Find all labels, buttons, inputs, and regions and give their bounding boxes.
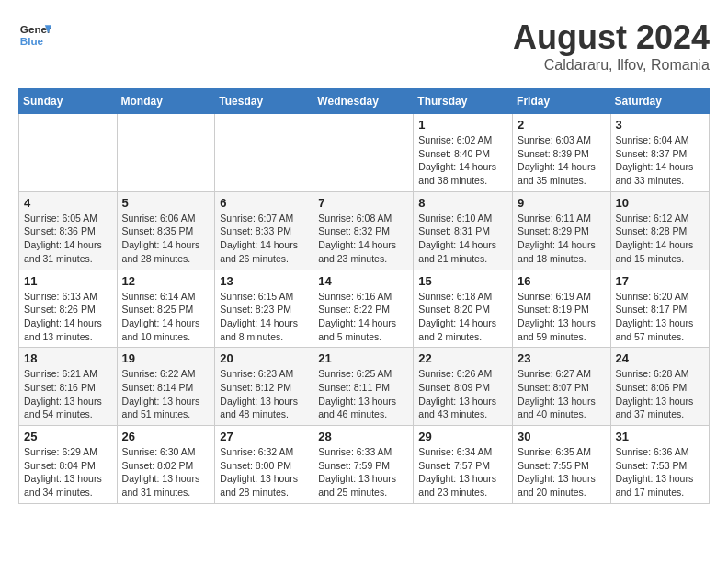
- svg-text:Blue: Blue: [20, 35, 44, 47]
- day-cell: 25Sunrise: 6:29 AMSunset: 8:04 PMDayligh…: [19, 426, 118, 504]
- day-number: 13: [220, 274, 308, 288]
- day-cell: 6Sunrise: 6:07 AMSunset: 8:33 PMDaylight…: [215, 191, 313, 270]
- day-cell: [215, 114, 313, 192]
- day-cell: 10Sunrise: 6:12 AMSunset: 8:28 PMDayligh…: [610, 191, 709, 270]
- day-info: Sunrise: 6:20 AMSunset: 8:17 PMDaylight:…: [616, 290, 704, 344]
- day-number: 25: [24, 430, 112, 443]
- day-number: 31: [616, 430, 704, 443]
- day-cell: [313, 114, 414, 192]
- day-info: Sunrise: 6:19 AMSunset: 8:19 PMDaylight:…: [518, 290, 606, 344]
- day-info: Sunrise: 6:11 AMSunset: 8:29 PMDaylight:…: [518, 212, 606, 266]
- day-number: 24: [616, 351, 704, 365]
- day-number: 22: [418, 351, 507, 365]
- weekday-header-row: SundayMondayTuesdayWednesdayThursdayFrid…: [19, 89, 710, 114]
- location: Caldararu, Ilfov, Romania: [513, 57, 710, 74]
- day-number: 30: [518, 430, 606, 443]
- day-cell: 23Sunrise: 6:27 AMSunset: 8:07 PMDayligh…: [513, 348, 611, 426]
- day-info: Sunrise: 6:36 AMSunset: 7:53 PMDaylight:…: [616, 445, 704, 500]
- day-cell: 1Sunrise: 6:02 AMSunset: 8:40 PMDaylight…: [414, 114, 513, 192]
- day-cell: 4Sunrise: 6:05 AMSunset: 8:36 PMDaylight…: [19, 191, 118, 270]
- day-cell: 8Sunrise: 6:10 AMSunset: 8:31 PMDaylight…: [414, 191, 513, 270]
- day-number: 18: [24, 351, 112, 365]
- day-info: Sunrise: 6:07 AMSunset: 8:33 PMDaylight:…: [220, 212, 308, 266]
- day-cell: 15Sunrise: 6:18 AMSunset: 8:20 PMDayligh…: [414, 270, 513, 348]
- day-info: Sunrise: 6:04 AMSunset: 8:37 PMDaylight:…: [616, 133, 704, 188]
- day-number: 21: [318, 351, 408, 365]
- day-number: 8: [418, 196, 507, 210]
- calendar-table: SundayMondayTuesdayWednesdayThursdayFrid…: [18, 88, 710, 504]
- day-cell: 22Sunrise: 6:26 AMSunset: 8:09 PMDayligh…: [414, 348, 513, 426]
- week-row-4: 18Sunrise: 6:21 AMSunset: 8:16 PMDayligh…: [19, 348, 710, 426]
- day-number: 1: [418, 118, 507, 132]
- day-number: 10: [616, 196, 704, 210]
- day-cell: 17Sunrise: 6:20 AMSunset: 8:17 PMDayligh…: [610, 270, 709, 348]
- day-info: Sunrise: 6:27 AMSunset: 8:07 PMDaylight:…: [518, 367, 606, 421]
- day-info: Sunrise: 6:14 AMSunset: 8:25 PMDaylight:…: [122, 290, 210, 344]
- day-cell: 2Sunrise: 6:03 AMSunset: 8:39 PMDaylight…: [513, 114, 611, 192]
- day-number: 29: [418, 430, 507, 443]
- day-info: Sunrise: 6:23 AMSunset: 8:12 PMDaylight:…: [220, 367, 308, 421]
- day-info: Sunrise: 6:26 AMSunset: 8:09 PMDaylight:…: [418, 367, 507, 421]
- weekday-header-wednesday: Wednesday: [313, 89, 414, 114]
- day-cell: 31Sunrise: 6:36 AMSunset: 7:53 PMDayligh…: [610, 426, 709, 504]
- day-info: Sunrise: 6:25 AMSunset: 8:11 PMDaylight:…: [318, 367, 408, 421]
- day-info: Sunrise: 6:16 AMSunset: 8:22 PMDaylight:…: [318, 290, 408, 344]
- day-cell: 14Sunrise: 6:16 AMSunset: 8:22 PMDayligh…: [313, 270, 414, 348]
- week-row-3: 11Sunrise: 6:13 AMSunset: 8:26 PMDayligh…: [19, 270, 710, 348]
- day-number: 28: [318, 430, 408, 443]
- day-number: 6: [220, 196, 308, 210]
- day-info: Sunrise: 6:32 AMSunset: 8:00 PMDaylight:…: [220, 445, 308, 500]
- logo-icon: General Blue: [18, 18, 51, 52]
- day-info: Sunrise: 6:30 AMSunset: 8:02 PMDaylight:…: [122, 445, 210, 500]
- day-cell: 12Sunrise: 6:14 AMSunset: 8:25 PMDayligh…: [117, 270, 215, 348]
- day-number: 7: [318, 196, 408, 210]
- day-info: Sunrise: 6:28 AMSunset: 8:06 PMDaylight:…: [616, 367, 704, 421]
- day-info: Sunrise: 6:29 AMSunset: 8:04 PMDaylight:…: [24, 445, 112, 500]
- day-info: Sunrise: 6:03 AMSunset: 8:39 PMDaylight:…: [518, 133, 606, 188]
- day-cell: 5Sunrise: 6:06 AMSunset: 8:35 PMDaylight…: [117, 191, 215, 270]
- day-number: 17: [616, 274, 704, 288]
- week-row-2: 4Sunrise: 6:05 AMSunset: 8:36 PMDaylight…: [19, 191, 710, 270]
- day-number: 11: [24, 274, 112, 288]
- title-block: August 2024 Caldararu, Ilfov, Romania: [513, 18, 710, 74]
- day-info: Sunrise: 6:05 AMSunset: 8:36 PMDaylight:…: [24, 212, 112, 266]
- day-cell: 27Sunrise: 6:32 AMSunset: 8:00 PMDayligh…: [215, 426, 313, 504]
- day-cell: 21Sunrise: 6:25 AMSunset: 8:11 PMDayligh…: [313, 348, 414, 426]
- day-info: Sunrise: 6:13 AMSunset: 8:26 PMDaylight:…: [24, 290, 112, 344]
- weekday-header-monday: Monday: [117, 89, 215, 114]
- day-cell: 9Sunrise: 6:11 AMSunset: 8:29 PMDaylight…: [513, 191, 611, 270]
- weekday-header-sunday: Sunday: [19, 89, 118, 114]
- day-number: 12: [122, 274, 210, 288]
- day-cell: [117, 114, 215, 192]
- day-info: Sunrise: 6:02 AMSunset: 8:40 PMDaylight:…: [418, 133, 507, 188]
- day-info: Sunrise: 6:33 AMSunset: 7:59 PMDaylight:…: [318, 445, 408, 500]
- weekday-header-friday: Friday: [513, 89, 611, 114]
- day-number: 19: [122, 351, 210, 365]
- logo: General Blue: [18, 18, 51, 52]
- day-info: Sunrise: 6:08 AMSunset: 8:32 PMDaylight:…: [318, 212, 408, 266]
- weekday-header-tuesday: Tuesday: [215, 89, 313, 114]
- day-info: Sunrise: 6:34 AMSunset: 7:57 PMDaylight:…: [418, 445, 507, 500]
- day-cell: [19, 114, 118, 192]
- day-info: Sunrise: 6:18 AMSunset: 8:20 PMDaylight:…: [418, 290, 507, 344]
- day-cell: 16Sunrise: 6:19 AMSunset: 8:19 PMDayligh…: [513, 270, 611, 348]
- day-number: 3: [616, 118, 704, 132]
- day-number: 5: [122, 196, 210, 210]
- day-number: 26: [122, 430, 210, 443]
- day-number: 15: [418, 274, 507, 288]
- day-number: 9: [518, 196, 606, 210]
- day-cell: 7Sunrise: 6:08 AMSunset: 8:32 PMDaylight…: [313, 191, 414, 270]
- month-year: August 2024: [513, 18, 710, 57]
- day-cell: 24Sunrise: 6:28 AMSunset: 8:06 PMDayligh…: [610, 348, 709, 426]
- day-number: 16: [518, 274, 606, 288]
- weekday-header-thursday: Thursday: [414, 89, 513, 114]
- day-info: Sunrise: 6:22 AMSunset: 8:14 PMDaylight:…: [122, 367, 210, 421]
- day-cell: 19Sunrise: 6:22 AMSunset: 8:14 PMDayligh…: [117, 348, 215, 426]
- day-info: Sunrise: 6:35 AMSunset: 7:55 PMDaylight:…: [518, 445, 606, 500]
- weekday-header-saturday: Saturday: [610, 89, 709, 114]
- day-cell: 30Sunrise: 6:35 AMSunset: 7:55 PMDayligh…: [513, 426, 611, 504]
- day-info: Sunrise: 6:12 AMSunset: 8:28 PMDaylight:…: [616, 212, 704, 266]
- day-cell: 11Sunrise: 6:13 AMSunset: 8:26 PMDayligh…: [19, 270, 118, 348]
- day-cell: 20Sunrise: 6:23 AMSunset: 8:12 PMDayligh…: [215, 348, 313, 426]
- day-number: 4: [24, 196, 112, 210]
